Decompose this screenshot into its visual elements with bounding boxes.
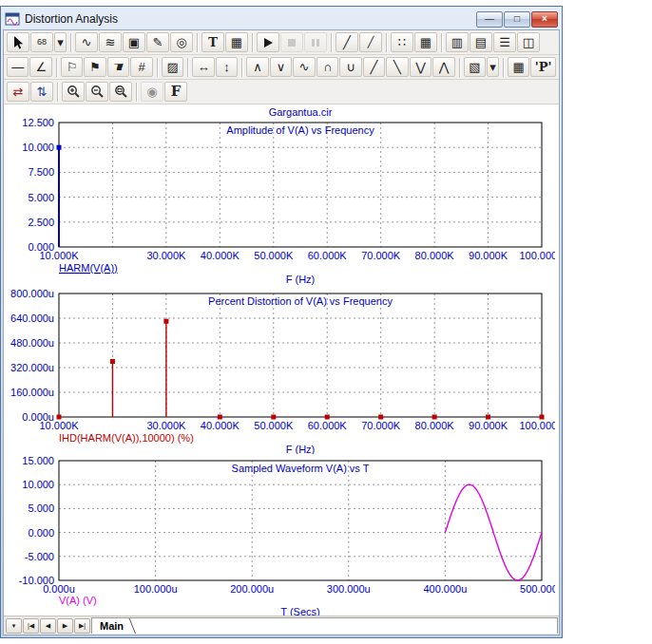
stop-icon[interactable]: [280, 32, 303, 52]
next-valley-icon: ∨: [277, 61, 286, 73]
horizontal-line-tool-icon[interactable]: ―: [7, 57, 29, 77]
next-max-icon[interactable]: ∩: [316, 57, 338, 77]
numeric-output-icon: ▦: [513, 61, 525, 73]
select-waveform-icon[interactable]: ∿: [75, 32, 98, 52]
chart-1[interactable]: Gargantua.cirAmplitude of V(A) vs Freque…: [4, 104, 555, 285]
restore-y-scale-icon[interactable]: ⇅: [30, 82, 53, 102]
toolbar-separator: [503, 58, 504, 77]
numeric-output-icon[interactable]: ▦: [508, 57, 529, 77]
tab-slant-edge: [129, 618, 136, 634]
rising-slope-icon[interactable]: ╱: [363, 57, 385, 77]
chart-header: Gargantua.cir: [269, 106, 333, 118]
y-tick-label: 480.000u: [10, 337, 54, 349]
next-min-icon: ∪: [346, 61, 355, 73]
maximize-button[interactable]: □: [504, 11, 530, 28]
next-peak-icon[interactable]: ∧: [246, 57, 268, 77]
tab-main[interactable]: Main: [92, 618, 125, 634]
toolbar-separator: [157, 58, 158, 77]
zoom-in-icon[interactable]: [62, 82, 85, 102]
x-axis-title: T (Secs): [280, 606, 319, 616]
first-page-button[interactable]: |◀: [23, 618, 39, 634]
toolbar-separator: [187, 58, 188, 77]
chart-3[interactable]: Sampled Waveform V(A) vs T-10.000-5.0000…: [4, 454, 555, 616]
x-tick-label: 0.000u: [43, 583, 75, 595]
falling-slope-icon[interactable]: ╲: [386, 57, 408, 77]
point-tag-icon: ⚐: [67, 61, 78, 73]
select-waveform-icon: ∿: [82, 36, 92, 48]
zoom-window-icon[interactable]: [109, 82, 132, 102]
properties-icon[interactable]: ▦: [225, 32, 248, 52]
toolbar-separator: [197, 33, 198, 52]
y-tick-label: -5.000: [25, 551, 54, 562]
slope-measure-icon[interactable]: ∠: [29, 57, 51, 77]
minimize-button[interactable]: —: [476, 11, 503, 28]
point-tag-icon[interactable]: ⚐: [61, 57, 83, 77]
graphics-mode-icon: 68: [37, 38, 47, 47]
titlebar[interactable]: Distortion Analysis — □ ×: [3, 9, 560, 29]
next-page-button[interactable]: ▶: [57, 618, 73, 634]
cursor-vertical-icon[interactable]: ↕: [216, 57, 238, 77]
x-tick-label: 50.000K: [254, 250, 294, 261]
text-tool-icon[interactable]: T: [201, 32, 224, 52]
token-grid-icon[interactable]: ▦: [414, 32, 437, 52]
gridlines: [59, 461, 542, 580]
cursor-horizontal-icon[interactable]: ↔: [192, 57, 214, 77]
prev-page-button[interactable]: ◀: [40, 618, 56, 634]
properties-icon: ▦: [231, 36, 242, 48]
x-tick-label: 400.000u: [423, 583, 467, 595]
tile-vertical-icon[interactable]: ▥: [446, 32, 469, 52]
run-icon[interactable]: [257, 32, 279, 52]
select-arrow-icon[interactable]: [7, 32, 29, 52]
split-plots-icon[interactable]: ◫: [517, 32, 540, 52]
horizontal-tag-icon[interactable]: ⚑: [84, 57, 105, 77]
stop-icon: [285, 36, 298, 49]
restore-x-scale-icon[interactable]: ⇄: [7, 82, 29, 102]
performance-tag-icon[interactable]: #: [130, 57, 152, 77]
page-list-dropdown[interactable]: ▾: [6, 618, 22, 634]
color-menu-icon[interactable]: ▧: [464, 57, 486, 77]
rising-slope-icon: ╱: [371, 61, 378, 73]
p-key-icon[interactable]: 'P': [530, 57, 555, 77]
toolbar-row-2: ―∠⚐⚑⚑#▨↔↕∧∨∿∩∪╱╲⋁⋀▧▾▦'P': [4, 55, 559, 80]
overlap-plots-icon[interactable]: ☰: [493, 32, 516, 52]
close-button[interactable]: ×: [531, 11, 558, 28]
chart-2[interactable]: Percent Distortion of V(A) vs Frequency0…: [4, 285, 555, 454]
color-dropdown-icon: ▾: [489, 61, 496, 73]
color-dropdown-icon[interactable]: ▾: [487, 57, 499, 77]
vertical-tag-icon[interactable]: ⚑: [107, 57, 129, 77]
global-high-icon[interactable]: ⋀: [432, 57, 454, 77]
chart-title: Amplitude of V(A) vs Frequency: [226, 124, 374, 136]
probe-waveform-icon[interactable]: ◎: [170, 32, 193, 52]
f-key-icon[interactable]: F: [164, 82, 187, 102]
x-tick-label: 70.000K: [361, 420, 401, 431]
scope-view-icon[interactable]: ▣: [123, 32, 145, 52]
slope-line-icon[interactable]: ╱: [336, 32, 358, 52]
next-valley-icon[interactable]: ∨: [270, 57, 292, 77]
y-tick-label: 5.000: [28, 192, 54, 203]
pause-icon: [309, 36, 322, 49]
cursor-vertical-icon: ↕: [223, 61, 230, 73]
toolbar-row-3: ⇄⇅◉F: [4, 80, 559, 104]
sample-data-icon[interactable]: ▨: [162, 57, 183, 77]
last-page-button[interactable]: ▶|: [74, 618, 90, 634]
toolbar-separator: [136, 83, 137, 102]
x-tick-label: 90.000K: [469, 250, 508, 261]
x-tick-label: 40.000K: [201, 250, 240, 261]
tile-horizontal-icon[interactable]: ▤: [470, 32, 492, 52]
data-points-icon[interactable]: ∷: [391, 32, 413, 52]
edit-waveform-icon[interactable]: ✎: [146, 32, 169, 52]
tangent-line-icon[interactable]: ╱: [359, 32, 382, 52]
next-min-icon[interactable]: ∪: [339, 57, 361, 77]
graphics-mode-icon[interactable]: 68: [30, 32, 53, 52]
zoom-out-icon[interactable]: [86, 82, 108, 102]
globe-icon[interactable]: ◉: [141, 82, 163, 102]
next-inflection-icon[interactable]: ∿: [293, 57, 315, 77]
color-menu-icon: ▧: [469, 61, 480, 73]
overlay-waveforms-icon[interactable]: ≋: [99, 32, 122, 52]
toolbar-separator: [252, 33, 253, 52]
x-tick-label: 100.000u: [134, 583, 178, 595]
global-low-icon[interactable]: ⋁: [410, 57, 431, 77]
pause-icon[interactable]: [304, 32, 327, 52]
graphics-dropdown-icon[interactable]: ▾: [54, 32, 67, 52]
chart-title: Percent Distortion of V(A) vs Frequency: [208, 295, 393, 307]
